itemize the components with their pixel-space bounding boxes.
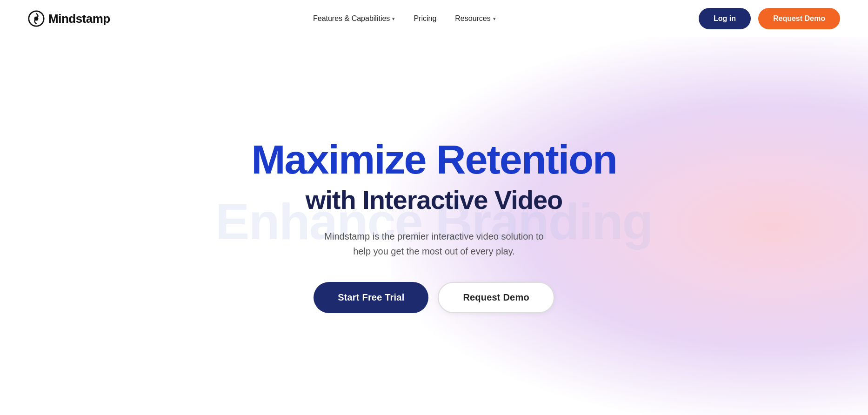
- nav-center: Features & Capabilities ▾ Pricing Resour…: [313, 14, 496, 23]
- navbar: Mindstamp Features & Capabilities ▾ Pric…: [0, 0, 868, 37]
- hero-content: Maximize Retention with Interactive Vide…: [233, 139, 635, 314]
- hero-subheadline: with Interactive Video: [251, 186, 616, 214]
- nav-pricing[interactable]: Pricing: [414, 14, 436, 23]
- start-trial-button[interactable]: Start Free Trial: [314, 282, 428, 313]
- resources-chevron-icon: ▾: [493, 16, 496, 22]
- logo-text: Mindstamp: [48, 12, 110, 26]
- nav-actions: Log in Request Demo: [699, 8, 840, 29]
- features-chevron-icon: ▾: [392, 16, 395, 22]
- logo-icon: [28, 10, 45, 27]
- hero-headline: Maximize Retention: [251, 139, 616, 180]
- request-demo-nav-button[interactable]: Request Demo: [758, 8, 840, 29]
- hero-description: Mindstamp is the premier interactive vid…: [251, 229, 616, 259]
- nav-resources[interactable]: Resources ▾: [455, 14, 495, 23]
- login-button[interactable]: Log in: [699, 8, 751, 29]
- logo-link[interactable]: Mindstamp: [28, 10, 110, 27]
- request-demo-hero-button[interactable]: Request Demo: [438, 282, 554, 313]
- nav-features[interactable]: Features & Capabilities ▾: [313, 14, 395, 23]
- hero-section: Enhance Branding Maximize Retention with…: [0, 37, 868, 415]
- hero-buttons: Start Free Trial Request Demo: [251, 282, 616, 313]
